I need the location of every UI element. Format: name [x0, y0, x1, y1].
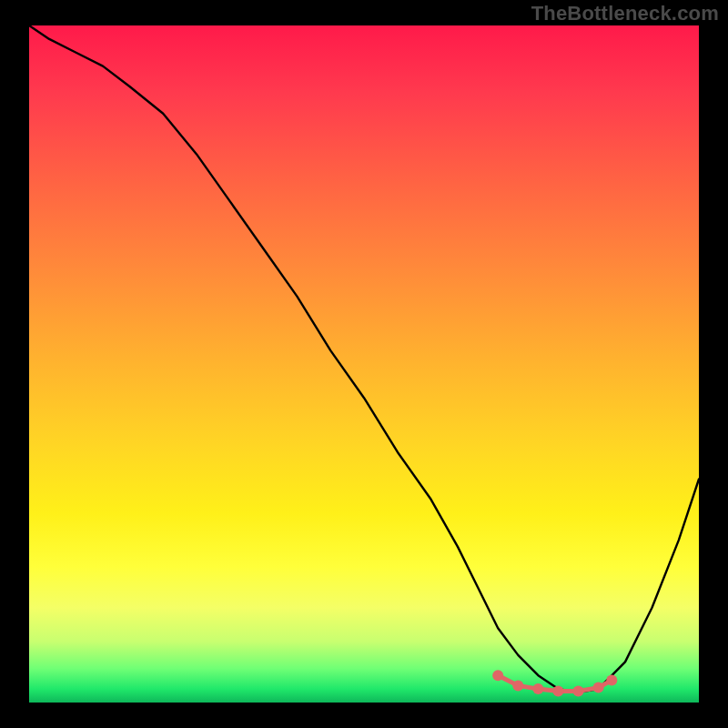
sweet-spot-dot [512, 680, 523, 691]
sweet-spot-dot [492, 670, 503, 681]
sweet-spot-dot [593, 682, 604, 693]
chart-frame: TheBottleneck.com [0, 0, 728, 728]
sweet-spot-dot [606, 674, 617, 685]
chart-svg [29, 25, 699, 703]
bottleneck-curve [29, 25, 699, 693]
sweet-spot-markers [492, 670, 617, 696]
sweet-spot-dot [552, 685, 563, 696]
sweet-spot-dot [573, 685, 584, 696]
watermark-text: TheBottleneck.com [531, 2, 719, 25]
sweet-spot-dot [532, 683, 543, 694]
plot-area [29, 25, 699, 703]
